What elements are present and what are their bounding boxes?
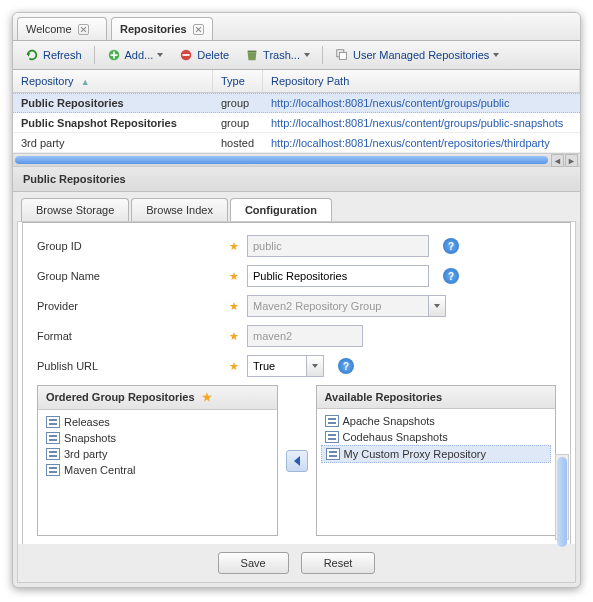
list-item-label: Codehaus Snapshots [343, 431, 448, 443]
cell-name: 3rd party [13, 134, 213, 152]
delete-icon [179, 48, 193, 62]
move-left-button[interactable] [286, 450, 308, 472]
list-item-label: Releases [64, 416, 110, 428]
list-item-label: Snapshots [64, 432, 116, 444]
sort-asc-icon: ▲ [81, 77, 90, 87]
list-item-label: Maven Central [64, 464, 136, 476]
cell-name: Public Repositories [13, 94, 213, 112]
column-repository[interactable]: Repository ▲ [13, 70, 213, 92]
required-icon: ★ [229, 240, 239, 253]
chevron-down-icon [304, 53, 310, 57]
tab-browse-index[interactable]: Browse Index [131, 198, 228, 221]
column-type[interactable]: Type [213, 70, 263, 92]
list-item[interactable]: Apache Snapshots [321, 413, 552, 429]
scrollbar-thumb[interactable] [15, 156, 548, 164]
arrow-left-icon [294, 456, 300, 466]
tab-repositories[interactable]: Repositories [111, 17, 213, 40]
form-buttons: Save Reset [18, 544, 575, 582]
table-row[interactable]: 3rd partyhostedhttp://localhost:8081/nex… [13, 133, 580, 153]
chevron-down-icon [157, 53, 163, 57]
vertical-scrollbar[interactable] [555, 454, 569, 540]
trash-label: Trash... [263, 49, 300, 61]
user-managed-button[interactable]: User Managed Repositories [329, 46, 505, 64]
column-repository-label: Repository [21, 75, 74, 87]
required-icon: ★ [229, 300, 239, 313]
scroll-left-button[interactable]: ◄ [551, 154, 564, 167]
close-icon[interactable] [193, 24, 204, 35]
repository-grid: Repository ▲ Type Repository Path Public… [13, 70, 580, 166]
provider-dropdown-button[interactable] [429, 295, 446, 317]
detail-tabstrip: Browse Storage Browse Index Configuratio… [13, 192, 580, 221]
list-item[interactable]: My Custom Proxy Repository [321, 445, 552, 463]
label-provider: Provider [37, 300, 217, 312]
cell-type: hosted [213, 134, 263, 152]
tab-browse-storage[interactable]: Browse Storage [21, 198, 129, 221]
cell-path[interactable]: http://localhost:8081/nexus/content/grou… [263, 114, 580, 132]
provider-select[interactable] [247, 295, 429, 317]
table-row[interactable]: Public Snapshot Repositoriesgrouphttp://… [13, 113, 580, 133]
help-icon[interactable]: ? [338, 358, 354, 374]
repository-icon [46, 464, 60, 476]
ordered-repositories-box: Ordered Group Repositories ★ ReleasesSna… [37, 385, 278, 536]
repository-icon [46, 432, 60, 444]
repository-icon [46, 416, 60, 428]
available-repositories-title: Available Repositories [317, 386, 556, 409]
label-publish-url: Publish URL [37, 360, 217, 372]
trash-button[interactable]: Trash... [239, 46, 316, 64]
main-tabstrip: Welcome Repositories [13, 13, 580, 41]
ordered-repositories-title: Ordered Group Repositories [46, 391, 195, 403]
repository-shuttle: Ordered Group Repositories ★ ReleasesSna… [37, 385, 556, 536]
repository-icon [326, 448, 340, 460]
save-button[interactable]: Save [218, 552, 289, 574]
cell-path[interactable]: http://localhost:8081/nexus/content/repo… [263, 134, 580, 152]
chevron-down-icon [493, 53, 499, 57]
cell-name: Public Snapshot Repositories [13, 114, 213, 132]
table-row[interactable]: Public Repositoriesgrouphttp://localhost… [13, 93, 580, 113]
refresh-button[interactable]: Refresh [19, 46, 88, 64]
repository-icon [325, 431, 339, 443]
tab-welcome[interactable]: Welcome [17, 17, 107, 40]
delete-label: Delete [197, 49, 229, 61]
required-icon: ★ [229, 360, 239, 373]
required-icon: ★ [229, 330, 239, 343]
svg-rect-5 [339, 52, 346, 59]
detail-panel-title: Public Repositories [13, 166, 580, 192]
list-item[interactable]: Snapshots [42, 430, 273, 446]
toolbar: Refresh Add... Delete Trash... [13, 41, 580, 70]
add-label: Add... [125, 49, 154, 61]
horizontal-scrollbar[interactable]: ◄ ► [13, 153, 580, 166]
label-group-id: Group ID [37, 240, 217, 252]
svg-rect-3 [248, 51, 257, 53]
list-item-label: My Custom Proxy Repository [344, 448, 486, 460]
format-field[interactable] [247, 325, 363, 347]
add-icon [107, 48, 121, 62]
group-id-field[interactable] [247, 235, 429, 257]
cell-path[interactable]: http://localhost:8081/nexus/content/grou… [263, 94, 580, 112]
column-path[interactable]: Repository Path [263, 70, 580, 92]
close-icon[interactable] [78, 24, 89, 35]
group-name-field[interactable] [247, 265, 429, 287]
help-icon[interactable]: ? [443, 238, 459, 254]
repositories-icon [335, 48, 349, 62]
tab-repositories-label: Repositories [120, 23, 187, 35]
help-icon[interactable]: ? [443, 268, 459, 284]
reset-button[interactable]: Reset [301, 552, 376, 574]
repository-icon [46, 448, 60, 460]
list-item[interactable]: 3rd party [42, 446, 273, 462]
list-item[interactable]: Codehaus Snapshots [321, 429, 552, 445]
label-format: Format [37, 330, 217, 342]
publish-url-dropdown-button[interactable] [307, 355, 324, 377]
scrollbar-thumb[interactable] [557, 457, 567, 547]
list-item-label: 3rd party [64, 448, 107, 460]
cell-type: group [213, 114, 263, 132]
svg-rect-2 [183, 54, 190, 56]
publish-url-select[interactable] [247, 355, 307, 377]
cell-type: group [213, 94, 263, 112]
scroll-right-button[interactable]: ► [565, 154, 578, 167]
list-item[interactable]: Releases [42, 414, 273, 430]
delete-button[interactable]: Delete [173, 46, 235, 64]
list-item[interactable]: Maven Central [42, 462, 273, 478]
add-button[interactable]: Add... [101, 46, 170, 64]
tab-configuration[interactable]: Configuration [230, 198, 332, 221]
refresh-label: Refresh [43, 49, 82, 61]
